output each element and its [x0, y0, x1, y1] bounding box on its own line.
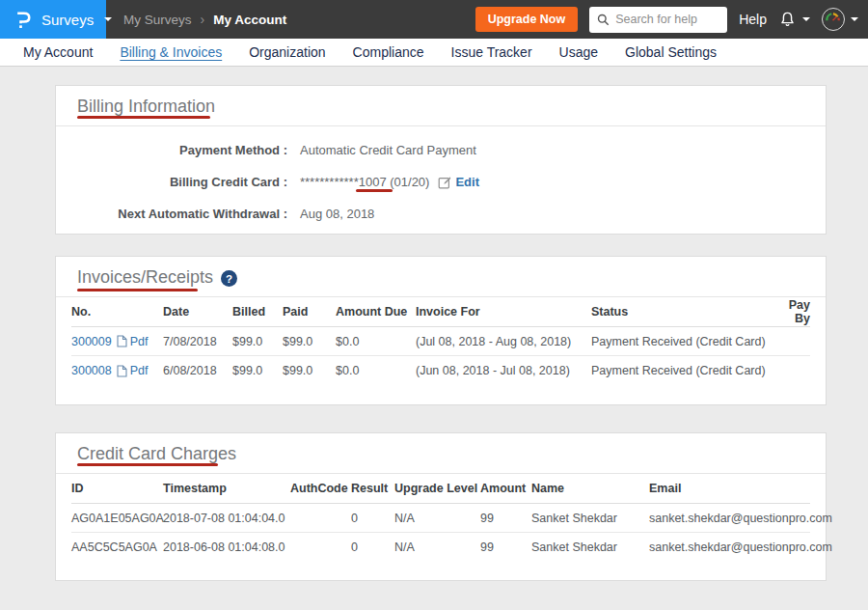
charge-row: AA5C5C5AG0A 2018-06-08 01:04:08.0 0 N/A …	[71, 533, 810, 562]
product-label: Surveys	[41, 12, 94, 28]
cell-amount: 99	[480, 541, 531, 554]
invoice-row: 300009 Pdf 7/08/2018 $99.0 $99.0 $0	[71, 327, 810, 356]
edit-credit-card-button[interactable]: Edit	[438, 175, 479, 189]
billing-page: Surveys My Surveys › My Account Upgrade …	[0, 0, 868, 610]
cell-invoice-for: (Jun 08, 2018 - Jul 08, 2018)	[416, 364, 591, 377]
billing-information-card: Billing Information Payment Method : Aut…	[55, 85, 827, 235]
tab-billing-invoices[interactable]: Billing & Invoices	[106, 44, 235, 60]
charges-table-header: ID Timestamp AuthCode Result Upgrade Lev…	[71, 474, 810, 504]
pdf-link-label: Pdf	[130, 335, 149, 348]
annotation-underline	[77, 463, 218, 466]
col-name: Name	[531, 482, 649, 495]
section-title: Billing Information	[77, 97, 215, 117]
billing-credit-card-label: Billing Credit Card :	[71, 175, 287, 189]
cell-amount: 99	[480, 512, 531, 525]
cell-name: Sanket Shekdar	[531, 512, 649, 525]
search-input[interactable]	[615, 13, 717, 26]
cell-timestamp: 2018-06-08 01:04:08.0	[163, 541, 290, 554]
chevron-down-icon	[104, 17, 112, 21]
cell-paid: $99.0	[283, 335, 336, 348]
tab-issue-tracker[interactable]: Issue Tracker	[438, 44, 546, 60]
invoices-receipts-card: Invoices/Receipts ? No. Date Billed Paid…	[55, 256, 827, 405]
invoice-row: 300008 Pdf 6/08/2018 $99.0 $99.0 $0	[71, 356, 810, 385]
cell-amount-due: $0.0	[336, 335, 416, 348]
tab-compliance[interactable]: Compliance	[339, 44, 438, 60]
tab-global-settings[interactable]: Global Settings	[611, 44, 730, 60]
cell-result: 0	[351, 512, 394, 525]
annotation-underline	[356, 189, 393, 192]
edit-pencil-icon	[438, 176, 451, 189]
topbar-actions: Upgrade Now Help	[475, 7, 868, 33]
annotation-underline	[77, 289, 198, 291]
col-pay-by: Pay By	[773, 298, 810, 325]
breadcrumb-separator-icon: ›	[201, 12, 205, 27]
help-tooltip-icon[interactable]: ?	[221, 270, 237, 287]
col-authcode: AuthCode	[290, 482, 351, 495]
invoice-number-link[interactable]: 300009	[71, 335, 112, 348]
billing-credit-card-row: Billing Credit Card : ************1007 (…	[56, 166, 826, 198]
section-title: Credit Card Charges	[77, 444, 236, 464]
cell-email: sanket.shekdar@questionpro.com	[649, 541, 832, 554]
cell-upgrade-level: N/A	[394, 541, 480, 554]
charges-header: Credit Card Charges	[56, 433, 826, 474]
cell-status: Payment Received (Credit Card)	[591, 335, 773, 348]
cell-result: 0	[351, 541, 394, 554]
account-nav-tabs: My Account Billing & Invoices Organizati…	[0, 39, 868, 67]
invoices-table: No. Date Billed Paid Amount Due Invoice …	[56, 297, 826, 385]
breadcrumb: My Surveys › My Account	[123, 12, 286, 27]
annotation-underline	[77, 116, 210, 119]
section-title: Invoices/Receipts	[77, 267, 213, 288]
credit-card-charges-card: Credit Card Charges ID Timestamp AuthCod…	[55, 432, 827, 581]
charge-row: AG0A1E05AG0A 2018-07-08 01:04:04.0 0 N/A…	[71, 504, 810, 533]
col-id: ID	[71, 482, 163, 495]
tab-organization[interactable]: Organization	[235, 44, 339, 60]
col-date: Date	[163, 305, 232, 319]
chevron-down-icon	[802, 17, 810, 21]
col-invoice-for: Invoice For	[416, 305, 591, 319]
cell-date: 6/08/2018	[163, 364, 232, 377]
invoice-number-link[interactable]: 300008	[71, 364, 112, 377]
bell-icon	[778, 11, 797, 29]
cell-billed: $99.0	[232, 335, 283, 348]
upgrade-now-button[interactable]: Upgrade Now	[475, 7, 579, 32]
breadcrumb-current: My Account	[213, 13, 286, 27]
col-upgrade-level: Upgrade Level	[394, 482, 480, 495]
col-amount: Amount	[480, 482, 531, 495]
pdf-link-label: Pdf	[130, 364, 149, 377]
breadcrumb-parent[interactable]: My Surveys	[123, 13, 192, 27]
col-status: Status	[591, 305, 773, 319]
payment-method-label: Payment Method :	[71, 143, 287, 157]
cell-invoice-for: (Jul 08, 2018 - Aug 08, 2018)	[416, 335, 591, 348]
col-result: Result	[351, 482, 394, 495]
search-icon	[597, 14, 610, 26]
billing-information-header: Billing Information	[56, 86, 826, 126]
cell-timestamp: 2018-07-08 01:04:04.0	[163, 512, 290, 525]
tab-usage[interactable]: Usage	[546, 44, 611, 60]
next-withdrawal-label: Next Automatic Withdrawal :	[71, 207, 287, 221]
payment-method-value: Automatic Credit Card Payment	[300, 143, 476, 157]
pdf-file-icon	[117, 365, 127, 377]
invoice-pdf-link[interactable]: Pdf	[117, 335, 149, 348]
col-paid: Paid	[283, 305, 336, 319]
account-menu-button[interactable]	[822, 8, 858, 31]
top-bar: Surveys My Surveys › My Account Upgrade …	[0, 0, 868, 39]
cell-amount-due: $0.0	[336, 364, 416, 377]
cell-billed: $99.0	[232, 364, 283, 377]
billing-credit-card-value: ************1007 (01/20)	[300, 175, 429, 189]
tab-my-account[interactable]: My Account	[10, 44, 106, 60]
payment-method-row: Payment Method : Automatic Credit Card P…	[56, 134, 826, 166]
help-search	[589, 7, 727, 33]
notifications-button[interactable]	[778, 11, 810, 29]
questionpro-logo-icon	[14, 10, 33, 29]
billing-details: Payment Method : Automatic Credit Card P…	[56, 126, 826, 230]
avatar	[822, 8, 845, 31]
cell-upgrade-level: N/A	[394, 512, 480, 525]
cell-status: Payment Received (Credit Card)	[591, 364, 773, 377]
cell-id: AG0A1E05AG0A	[71, 512, 163, 525]
cell-name: Sanket Shekdar	[531, 541, 649, 554]
invoice-pdf-link[interactable]: Pdf	[117, 364, 149, 377]
cell-id: AA5C5C5AG0A	[71, 541, 163, 554]
help-link[interactable]: Help	[739, 12, 767, 27]
product-switcher[interactable]: Surveys	[0, 0, 106, 39]
charges-table: ID Timestamp AuthCode Result Upgrade Lev…	[56, 474, 826, 562]
